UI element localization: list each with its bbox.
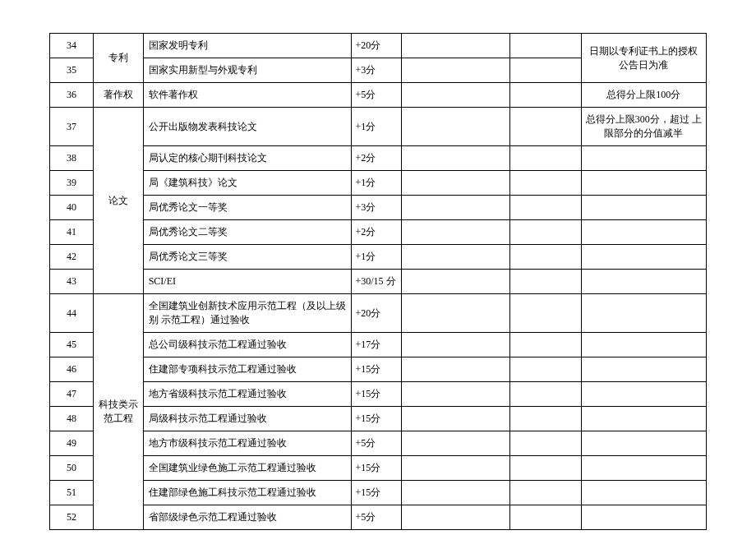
table-row: 49 地方市级科技示范工程通过验收 +5分 — [50, 431, 707, 456]
empty-cell — [510, 83, 581, 108]
table-row: 36 著作权 软件著作权 +5分 总得分上限100分 — [50, 83, 707, 108]
empty-cell — [402, 357, 510, 382]
row-num: 38 — [50, 146, 94, 171]
note-cell — [581, 294, 706, 333]
empty-cell — [402, 220, 510, 245]
empty-cell — [402, 196, 510, 220]
description-cell: 公开出版物发表科技论文 — [143, 108, 352, 146]
description-cell: 住建部专项科技示范工程通过验收 — [143, 357, 352, 382]
empty-cell — [510, 456, 581, 481]
empty-cell — [510, 245, 581, 270]
description-cell: 地方省级科技示范工程通过验收 — [143, 382, 352, 407]
description-cell: 住建部绿色施工科技示范工程通过验收 — [143, 481, 352, 505]
empty-cell — [510, 294, 581, 333]
description-cell: 全国建筑业创新技术应用示范工程（及以上级别 示范工程）通过验收 — [143, 294, 352, 333]
table-row: 46 住建部专项科技示范工程通过验收 +15分 — [50, 357, 707, 382]
description-cell: 总公司级科技示范工程通过验收 — [143, 333, 352, 357]
row-num: 42 — [50, 245, 94, 270]
score-cell: +15分 — [352, 456, 402, 481]
row-num: 45 — [50, 333, 94, 357]
score-cell: +2分 — [352, 146, 402, 171]
table-row: 37 论文 公开出版物发表科技论文 +1分 总得分上限300分，超过 上限部分的… — [50, 108, 707, 146]
table-row: 45 总公司级科技示范工程通过验收 +17分 — [50, 333, 707, 357]
row-num: 41 — [50, 220, 94, 245]
description-cell: 省部级绿色示范工程通过验收 — [143, 505, 352, 530]
score-cell: +2分 — [352, 220, 402, 245]
score-cell: +15分 — [352, 481, 402, 505]
row-num: 48 — [50, 407, 94, 431]
row-num: 44 — [50, 294, 94, 333]
category-cell: 科技类示范工程 — [93, 294, 143, 530]
description-cell: 软件著作权 — [143, 83, 352, 108]
score-cell: +30/15 分 — [352, 270, 402, 294]
note-cell — [581, 245, 706, 270]
empty-cell — [510, 357, 581, 382]
table-row: 50 全国建筑业绿色施工示范工程通过验收 +15分 — [50, 456, 707, 481]
category-cell: 著作权 — [93, 83, 143, 108]
empty-cell — [402, 146, 510, 171]
row-num: 34 — [50, 34, 94, 58]
empty-cell — [510, 407, 581, 431]
table-row: 43 SCI/EI +30/15 分 — [50, 270, 707, 294]
score-cell: +15分 — [352, 357, 402, 382]
empty-cell — [402, 83, 510, 108]
description-cell: 局优秀论文二等奖 — [143, 220, 352, 245]
row-num: 35 — [50, 58, 94, 83]
note-cell: 总得分上限300分，超过 上限部分的分值减半 — [581, 108, 706, 146]
table-row: 42 局优秀论文三等奖 +1分 — [50, 245, 707, 270]
description-cell: 局认定的核心期刊科技论文 — [143, 146, 352, 171]
note-cell — [581, 431, 706, 456]
empty-cell — [510, 108, 581, 146]
empty-cell — [402, 431, 510, 456]
row-num: 50 — [50, 456, 94, 481]
row-num: 46 — [50, 357, 94, 382]
row-num: 52 — [50, 505, 94, 530]
description-cell: 国家发明专利 — [143, 34, 352, 58]
description-cell: 国家实用新型与外观专利 — [143, 58, 352, 83]
empty-cell — [510, 58, 581, 83]
description-cell: SCI/EI — [143, 270, 352, 294]
note-cell — [581, 171, 706, 196]
empty-cell — [510, 505, 581, 530]
score-cell: +20分 — [352, 294, 402, 333]
score-cell: +5分 — [352, 431, 402, 456]
empty-cell — [402, 505, 510, 530]
empty-cell — [402, 245, 510, 270]
empty-cell — [402, 456, 510, 481]
empty-cell — [510, 382, 581, 407]
score-cell: +1分 — [352, 245, 402, 270]
row-num: 37 — [50, 108, 94, 146]
table-row: 48 局级科技示范工程通过验收 +15分 — [50, 407, 707, 431]
row-num: 49 — [50, 431, 94, 456]
note-cell — [581, 407, 706, 431]
empty-cell — [510, 171, 581, 196]
score-cell: +1分 — [352, 108, 402, 146]
category-cell: 论文 — [93, 108, 143, 294]
empty-cell — [402, 481, 510, 505]
note-cell — [581, 382, 706, 407]
table-row: 52 省部级绿色示范工程通过验收 +5分 — [50, 505, 707, 530]
category-cell: 专利 — [93, 34, 143, 83]
note-cell — [581, 333, 706, 357]
description-cell: 局优秀论文一等奖 — [143, 196, 352, 220]
score-cell: +3分 — [352, 196, 402, 220]
empty-cell — [402, 382, 510, 407]
table-row: 44 科技类示范工程 全国建筑业创新技术应用示范工程（及以上级别 示范工程）通过… — [50, 294, 707, 333]
note-cell — [581, 196, 706, 220]
empty-cell — [402, 108, 510, 146]
row-num: 39 — [50, 171, 94, 196]
empty-cell — [402, 294, 510, 333]
note-cell — [581, 220, 706, 245]
score-cell: +1分 — [352, 171, 402, 196]
table-row: 40 局优秀论文一等奖 +3分 — [50, 196, 707, 220]
row-num: 40 — [50, 196, 94, 220]
row-num: 36 — [50, 83, 94, 108]
score-cell: +3分 — [352, 58, 402, 83]
row-num: 47 — [50, 382, 94, 407]
description-cell: 局级科技示范工程通过验收 — [143, 407, 352, 431]
note-cell — [581, 146, 706, 171]
empty-cell — [402, 333, 510, 357]
table-row: 34 专利 国家发明专利 +20分 日期以专利证书上的授权公告日为准 — [50, 34, 707, 58]
score-cell: +15分 — [352, 407, 402, 431]
row-num: 43 — [50, 270, 94, 294]
